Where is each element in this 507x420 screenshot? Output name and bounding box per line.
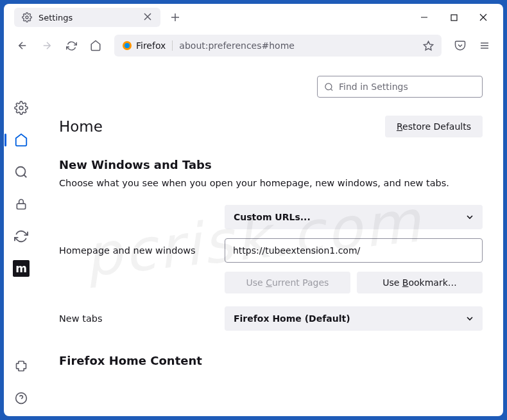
newtabs-label: New tabs [59, 313, 225, 324]
svg-point-6 [16, 167, 26, 177]
main-panel: Find in Settings Home RRestore Defaultse… [39, 60, 503, 416]
use-bookmark-button[interactable]: Use Bookmark… [357, 272, 483, 293]
svg-rect-7 [17, 204, 25, 209]
close-button[interactable] [468, 4, 498, 30]
minimize-button[interactable] [409, 4, 439, 30]
svg-point-3 [125, 43, 130, 48]
urlbar-identity: Firefox [122, 40, 173, 51]
tab-title: Settings [39, 13, 137, 22]
sidebar-item-general[interactable] [10, 96, 33, 119]
search-input[interactable]: Find in Settings [317, 76, 483, 98]
pocket-button[interactable] [449, 35, 471, 57]
svg-rect-1 [451, 15, 457, 21]
chevron-down-icon [466, 213, 474, 221]
content-area: pcrisk.com m [4, 60, 503, 416]
homepage-select-value: Custom URLs... [234, 212, 311, 222]
sidebar-item-help[interactable] [10, 387, 33, 410]
gear-icon [22, 12, 32, 22]
close-icon[interactable] [144, 13, 153, 22]
svg-point-9 [325, 83, 332, 89]
section2-title: Firefox Home Content [59, 354, 483, 367]
firefox-icon [122, 40, 132, 51]
page-title: Home [59, 118, 103, 135]
sidebar-item-more[interactable]: m [10, 257, 33, 280]
window-controls [409, 4, 498, 30]
bookmark-star-icon[interactable] [423, 40, 434, 51]
back-button[interactable] [12, 35, 33, 57]
app-menu-button[interactable] [474, 35, 495, 57]
new-tab-button[interactable] [166, 8, 185, 27]
section-title: New Windows and Tabs [59, 158, 483, 171]
search-icon [324, 82, 334, 92]
section-description: Choose what you see when you open your h… [59, 178, 483, 188]
sidebar-item-sync[interactable] [10, 225, 33, 248]
restore-defaults-button[interactable]: RRestore Defaultsestore Defaults [385, 116, 483, 137]
chevron-down-icon [466, 315, 474, 322]
sidebar-item-home[interactable] [10, 128, 33, 152]
newtabs-select-value: Firefox Home (Default) [234, 313, 350, 324]
reload-button[interactable] [60, 35, 82, 57]
forward-button[interactable] [36, 35, 58, 57]
svg-marker-4 [424, 41, 433, 49]
svg-point-0 [26, 16, 28, 19]
search-placeholder: Find in Settings [339, 82, 408, 92]
active-tab[interactable]: Settings [14, 8, 160, 27]
homepage-url-input[interactable] [225, 238, 483, 263]
homepage-label: Homepage and new windows [59, 245, 225, 256]
homepage-select[interactable]: Custom URLs... [225, 205, 483, 229]
use-current-pages-button[interactable]: Use Current Pages [225, 272, 350, 293]
browser-window: Settings [4, 4, 503, 416]
sidebar: m [4, 60, 39, 416]
more-icon: m [13, 260, 30, 277]
svg-point-5 [19, 106, 23, 110]
sidebar-item-extensions[interactable] [10, 354, 33, 378]
titlebar: Settings [4, 4, 503, 31]
urlbar-identity-label: Firefox [136, 40, 166, 51]
urlbar-text: about:preferences#home [179, 40, 417, 51]
newtabs-select[interactable]: Firefox Home (Default) [225, 306, 483, 331]
maximize-button[interactable] [439, 4, 468, 30]
sidebar-item-privacy[interactable] [10, 193, 33, 216]
toolbar: Firefox about:preferences#home [4, 31, 503, 60]
sidebar-item-search[interactable] [10, 161, 33, 184]
url-bar[interactable]: Firefox about:preferences#home [114, 35, 442, 57]
home-button[interactable] [85, 35, 107, 57]
